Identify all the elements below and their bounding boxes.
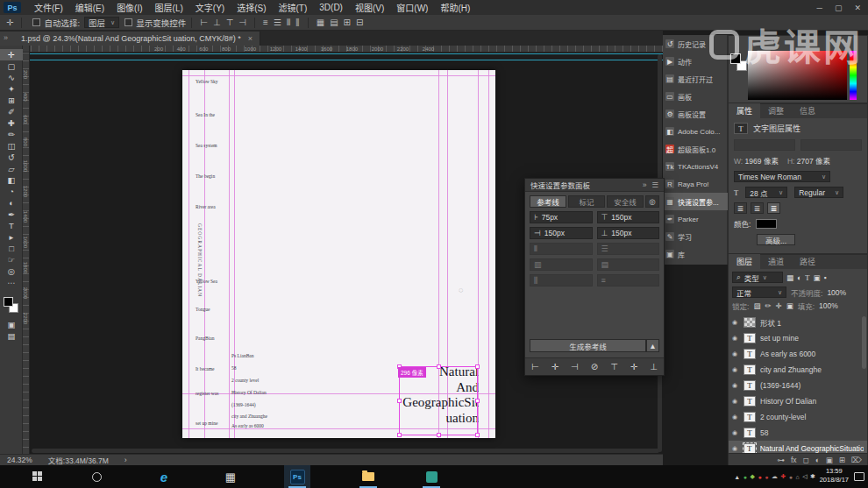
panel-collapse-icon[interactable]: » [643, 180, 647, 189]
edit-toolbar-icon[interactable]: ⋯ [0, 277, 23, 288]
hue-slider[interactable] [850, 51, 857, 100]
guide-center-v-icon[interactable]: ✛ [551, 362, 559, 371]
calculator-button[interactable]: ▦ [217, 465, 244, 488]
status-options-icon[interactable]: › [125, 456, 127, 464]
close-tab-icon[interactable]: × [248, 34, 253, 43]
advanced-button[interactable]: 高级... [757, 234, 795, 245]
zoom-tool[interactable]: ◎ [0, 265, 23, 277]
visibility-eye-icon[interactable]: ◉ [732, 414, 739, 421]
screen-mode-icon[interactable]: ▤ [0, 330, 23, 342]
menu-window[interactable]: 窗口(W) [390, 1, 434, 14]
layer-group-icon[interactable]: ▣ [826, 456, 833, 464]
brush-tool[interactable]: ✏ [0, 129, 23, 140]
show-transform-checkbox[interactable] [125, 18, 132, 26]
filter-type-icon[interactable]: T [805, 273, 809, 282]
right-margin-field[interactable]: ⊣ 150px [530, 227, 593, 239]
network-icon[interactable]: ✱ [810, 473, 815, 480]
guide-horizontal-cyan-1[interactable] [30, 53, 663, 54]
tray-expand-icon[interactable]: ▲ [734, 474, 740, 480]
menu-layer[interactable]: 图层(L) [149, 1, 189, 14]
lock-all-icon[interactable]: ▣ [786, 301, 793, 310]
guide-vertical[interactable] [229, 70, 230, 438]
close-button[interactable]: ✕ [854, 4, 861, 12]
ext-recent-files[interactable]: ▤最近打开过 [663, 70, 728, 88]
guide-vertical[interactable] [488, 70, 489, 438]
eyedropper-tool[interactable]: ✐ [0, 106, 23, 117]
photoshop-logo-icon[interactable]: Ps [4, 2, 21, 13]
ext-raya-pro[interactable]: RRaya Pro! [663, 175, 728, 193]
clone-stamp-tool[interactable]: ◫ [0, 140, 23, 152]
tab-paths[interactable]: 路径 [792, 254, 823, 269]
menu-image[interactable]: 图像(I) [110, 1, 148, 14]
menu-type[interactable]: 文字(Y) [189, 1, 231, 14]
blend-mode-dropdown[interactable]: 正常 ∨ [732, 286, 786, 298]
move-tool[interactable]: ✛ [0, 49, 23, 60]
filter-adjustment-icon[interactable]: ◐ [797, 273, 801, 282]
action-center-icon[interactable] [854, 472, 864, 481]
ext-libraries[interactable]: ▣库 [663, 245, 728, 263]
guide-top-icon[interactable]: ⊤ [610, 362, 618, 371]
history-brush-tool[interactable]: ↺ [0, 152, 23, 163]
visibility-eye-icon[interactable]: ◉ [732, 429, 739, 436]
eraser-tool[interactable]: ▱ [0, 163, 23, 174]
auto-select-target-dropdown[interactable]: 图层 ∨ [84, 17, 119, 28]
ext-super-panel[interactable]: 超超级面板1.0 [663, 140, 728, 158]
delete-layer-icon[interactable]: ⌦ [851, 456, 862, 464]
transform-handle[interactable] [437, 433, 441, 437]
tray-icon[interactable]: ● [758, 474, 761, 480]
quick-mask-icon[interactable]: ▣ [0, 319, 23, 330]
lock-position-icon[interactable]: ✛ [776, 301, 782, 310]
link-layers-icon[interactable]: ⊶ [777, 456, 785, 464]
pen-tool[interactable]: ✒ [0, 209, 23, 220]
top-margin-field[interactable]: ⊤ 150px [597, 211, 660, 223]
align-left-icon[interactable]: ⊢ [197, 18, 210, 27]
distribute-rows-icon[interactable]: ☰ [271, 18, 284, 27]
width-value[interactable]: 1969 像素 [745, 157, 779, 166]
guide-vertical[interactable] [234, 70, 235, 438]
ext-artboard-settings[interactable]: ⚙画板设置 [663, 105, 728, 123]
volume-icon[interactable]: ◁ [802, 473, 807, 480]
rows-field[interactable]: ☰ [597, 243, 660, 255]
app-button[interactable] [418, 465, 445, 488]
align-top-icon[interactable]: ⊤ [224, 18, 237, 27]
visibility-eye-icon[interactable]: ◉ [732, 335, 739, 342]
file-explorer-button[interactable] [355, 465, 381, 488]
menu-select[interactable]: 选择(S) [231, 1, 272, 14]
auto-align-icon[interactable]: ▦ [314, 18, 327, 27]
blur-tool[interactable]: ◔ [0, 186, 23, 197]
layer-style-icon[interactable]: fx [791, 456, 797, 464]
zoom-level-field[interactable]: 24.32% [7, 456, 32, 464]
align-right-icon[interactable]: ⊣ [236, 18, 249, 27]
new-layer-icon[interactable]: ⊞ [839, 456, 845, 464]
auto-select-checkbox[interactable] [32, 18, 40, 26]
ext-artboard[interactable]: ▭画板 [663, 88, 728, 105]
ext-tkactions[interactable]: TkTKActionsV4 [663, 158, 728, 175]
font-family-dropdown[interactable]: Times New Roman ∨ [734, 171, 830, 182]
bottom-margin-field[interactable]: ⊥ 150px [597, 227, 660, 239]
toggle-guides-visibility-button[interactable]: ◎ [645, 195, 659, 208]
tab-safe-area[interactable]: 安全线 [607, 195, 644, 208]
align-right-button[interactable]: ≣ [767, 202, 780, 214]
foreground-color-swatch[interactable] [4, 297, 13, 307]
type-tool[interactable]: T [0, 220, 23, 231]
3d-mode-orbit-icon[interactable]: ▤ [327, 18, 340, 27]
shape-layer-thumbnail[interactable] [743, 317, 756, 328]
path-select-tool[interactable]: ▸ [0, 231, 23, 243]
transform-handle[interactable] [475, 364, 480, 369]
guide-vertical[interactable] [204, 70, 205, 438]
layer-row-text[interactable]: ◉ T 58 [729, 425, 867, 441]
taskbar-clock[interactable]: 13:59 2018/8/17 [820, 467, 849, 484]
layers-scrollbar[interactable] [862, 316, 866, 369]
layer-row-text[interactable]: ◉ T As early as 6000 [729, 346, 867, 362]
clear-guides-icon[interactable]: ⊘ [591, 362, 598, 371]
tab-channels[interactable]: 通道 [760, 254, 792, 269]
layer-row-text[interactable]: ◉ T set up mine [729, 330, 867, 346]
dodge-tool[interactable]: ◐ [0, 197, 23, 209]
tray-icon[interactable]: ◆ [751, 473, 755, 480]
vertical-ruler[interactable]: 200 400 600 800 1000 1200 1400 1600 1800… [23, 53, 30, 454]
tray-icon[interactable]: ✚ [780, 473, 786, 480]
magic-wand-tool[interactable]: ✦ [0, 83, 23, 95]
marquee-tool[interactable]: ▢ [0, 60, 23, 72]
layer-filter-dropdown[interactable]: ⌕ 类型 ∨ [732, 272, 783, 283]
opacity-value[interactable]: 100% [827, 288, 846, 297]
